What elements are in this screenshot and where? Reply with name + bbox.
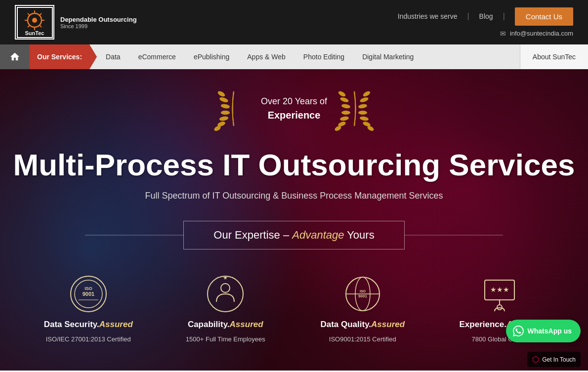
feature-data-quality-title: Data Quality.Assured (320, 320, 405, 330)
logo-tagline-line2: Since 1999 (60, 23, 137, 29)
badge-line1: Over 20 Years of (261, 96, 327, 106)
badge-text: Over 20 Years of Experience (253, 95, 335, 122)
header-right: Industries we serve | Blog | Contact Us … (398, 7, 573, 38)
blog-link[interactable]: Blog (479, 12, 493, 20)
logo-text: Dependable Outsourcing Since 1999 (60, 16, 137, 29)
about-suntec-nav[interactable]: About SunTec (520, 44, 588, 69)
left-laurel-svg (214, 84, 253, 133)
email-address: info@suntecindia.com (510, 30, 573, 37)
expertise-end: Yours (347, 229, 374, 241)
shield-lock-icon: ISO 9001 (69, 274, 108, 314)
nav-item-photo-editing[interactable]: Photo Editing (294, 44, 353, 69)
nav-item-apps-web[interactable]: Apps & Web (238, 44, 294, 69)
svg-point-20 (219, 96, 229, 103)
rating-icon: ★★★ (480, 274, 519, 314)
logo-box: SunTec (15, 5, 54, 40)
badge-area: Over 20 Years of Experience (214, 84, 374, 133)
feature-capability-title: Capability.Assured (188, 320, 263, 330)
navbar: Our Services: Data eCommerce ePublishing… (0, 44, 588, 69)
laurel-left-icon (214, 84, 253, 133)
globe-certified-icon: ISO 9001 (343, 274, 382, 314)
revain-badge[interactable]: ⬡ Get In Touch (527, 352, 581, 367)
email-row: ✉ info@suntecindia.com (500, 30, 573, 38)
navbar-items: Data eCommerce ePublishing Apps & Web Ph… (97, 44, 520, 69)
svg-point-22 (221, 111, 230, 115)
right-laurel-svg (335, 84, 374, 133)
svg-text:9001: 9001 (358, 294, 367, 298)
svg-text:ISO: ISO (360, 289, 366, 293)
person-star-icon (206, 274, 245, 314)
nav-item-ecommerce[interactable]: eCommerce (129, 44, 185, 69)
hero-section: Over 20 Years of Experience (0, 69, 588, 371)
svg-point-30 (359, 116, 369, 121)
badge-line2: Experience (261, 108, 327, 122)
logo-area: SunTec Dependable Outsourcing Since 1999 (15, 5, 137, 40)
feature-data-security: ISO 9001 Data Security.Assured ISO/IEC 2… (28, 274, 149, 343)
expertise-static: Our Expertise – (213, 229, 289, 241)
features-row: ISO 9001 Data Security.Assured ISO/IEC 2… (0, 274, 588, 343)
svg-point-19 (217, 90, 226, 98)
svg-point-34 (339, 96, 349, 103)
svg-point-2 (32, 18, 37, 23)
feature-capability-desc: 1500+ Full Time Employees (186, 335, 265, 343)
svg-line-8 (40, 25, 42, 27)
whatsapp-icon (513, 326, 524, 336)
svg-point-27 (359, 96, 369, 103)
header: SunTec Dependable Outsourcing Since 1999… (0, 0, 588, 44)
svg-point-21 (220, 103, 230, 109)
whatsapp-label: WhatsApp us (528, 327, 572, 335)
hero-subtitle: Full Spectrum of IT Outsourcing & Busine… (145, 191, 443, 201)
svg-point-33 (337, 90, 346, 98)
feature-capability: Capability.Assured 1500+ Full Time Emplo… (165, 274, 286, 343)
expertise-text: Our Expertise – Advantage Yours (213, 229, 374, 241)
home-icon (9, 51, 20, 62)
svg-text:ISO: ISO (84, 286, 92, 291)
nav-item-data[interactable]: Data (97, 44, 129, 69)
expertise-italic: Advantage (292, 229, 344, 241)
svg-line-7 (28, 13, 30, 15)
our-services-label: Our Services: (30, 44, 97, 69)
separator2: | (503, 12, 505, 21)
svg-point-36 (341, 111, 350, 115)
feature-data-security-title: Data Security.Assured (44, 320, 133, 330)
revain-label: Get In Touch (542, 356, 576, 363)
hero-content: Over 20 Years of Experience (0, 84, 588, 343)
svg-point-26 (362, 90, 371, 98)
svg-point-23 (219, 116, 228, 121)
home-nav-item[interactable] (0, 44, 30, 69)
nav-item-epublishing[interactable]: ePublishing (185, 44, 238, 69)
feature-data-quality-desc: ISO9001:2015 Certified (329, 335, 396, 343)
svg-point-29 (358, 111, 367, 115)
feature-data-quality: ISO 9001 Data Quality.Assured ISO9001:20… (302, 274, 423, 343)
svg-point-37 (339, 116, 349, 121)
svg-point-28 (358, 103, 367, 109)
svg-point-46 (221, 284, 230, 292)
svg-line-10 (28, 25, 30, 27)
svg-line-9 (40, 13, 42, 15)
header-nav: Industries we serve | Blog | Contact Us (398, 7, 573, 26)
whatsapp-button[interactable]: WhatsApp us (506, 320, 581, 342)
svg-text:SunTec: SunTec (25, 30, 44, 36)
svg-point-35 (341, 103, 350, 109)
hero-title: Multi-Process IT Outsourcing Services (13, 148, 575, 182)
svg-text:9001: 9001 (83, 291, 94, 297)
laurel-right-icon (335, 84, 374, 133)
expertise-box: Our Expertise – Advantage Yours (183, 221, 404, 249)
feature-data-security-desc: ISO/IEC 27001:2013 Certified (46, 335, 131, 343)
logo-tagline-line1: Dependable Outsourcing (60, 16, 137, 23)
nav-item-digital-marketing[interactable]: Digital Marketing (353, 44, 422, 69)
contact-button[interactable]: Contact Us (515, 7, 573, 26)
revain-logo-icon: ⬡ (532, 355, 539, 364)
svg-text:★★★: ★★★ (490, 286, 509, 293)
suntec-logo-icon: SunTec (16, 6, 53, 39)
industries-link[interactable]: Industries we serve (398, 12, 458, 20)
email-icon: ✉ (500, 30, 506, 38)
separator: | (467, 12, 469, 21)
